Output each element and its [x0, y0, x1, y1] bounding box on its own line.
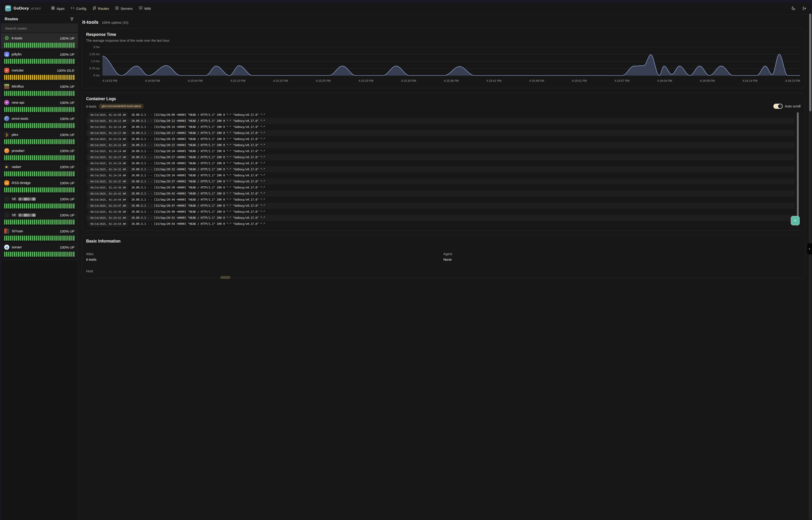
route-item-siyuan[interactable]: SiYuan 100% UP — [1, 226, 78, 242]
page-title: it-tools — [82, 19, 99, 25]
route-uptime-bars — [4, 139, 75, 144]
page-head: it-tools 100% uptime (1h) — [82, 19, 406, 25]
log-timestamp: 09/14/2025, 01:24:34 AM — [88, 173, 128, 178]
log-timestamp: 09/14/2025, 01:24:19 AM — [88, 137, 128, 141]
route-name: plex — [12, 133, 18, 137]
search-input[interactable] — [5, 26, 74, 30]
route-status: 100% UP — [60, 197, 75, 201]
log-message: 10.89.3.1 - - [13/Sep/20:54 +0000] "HEAD… — [131, 222, 265, 226]
route-name: RSS-Bridge — [12, 181, 31, 185]
route-item-jellyfin[interactable]: △ jellyfin 100% UP — [1, 49, 78, 65]
route-item-se[interactable]: SE 100% UP — [1, 194, 78, 210]
route-name: metube — [12, 68, 24, 73]
route-name: new-api — [12, 100, 24, 105]
log-row: 09/14/2025, 01:24:44 AM 10.89.3.1 - - [1… — [86, 197, 406, 203]
route-item-radarr[interactable]: ▶ radarr 100% UP — [1, 162, 78, 178]
log-row: 09/14/2025, 01:24:32 AM 10.89.3.1 - - [1… — [86, 166, 406, 173]
log-row: 09/14/2025, 01:24:14 AM 10.89.3.1 - - [1… — [86, 124, 406, 130]
log-timestamp: 09/14/2025, 01:24:27 AM — [88, 155, 128, 160]
route-status: 100% UP — [60, 84, 75, 88]
x-axis-tick-label: 4:15:20 PM — [316, 79, 331, 82]
route-uptime-bars — [4, 43, 75, 48]
route-uptime-bars — [4, 123, 75, 128]
prowlarr-icon — [4, 148, 9, 153]
nav-item-servers[interactable]: Servers — [115, 6, 133, 11]
search-row — [1, 24, 78, 33]
response-time-chart: 3 ms2.25 ms1.5 ms0.75 ms0 ms4:14:53 PM4:… — [86, 46, 406, 85]
log-row: 09/14/2025, 01:24:09 AM 10.89.3.1 - - [1… — [86, 112, 406, 118]
log-message: 10.89.3.1 - - [13/Sep/20:44 +0000] "HEAD… — [131, 198, 265, 201]
log-message: 10.89.3.1 - - [13/Sep/20:37 +0000] "HEAD… — [131, 180, 265, 183]
route-name: Miniflux — [12, 84, 24, 88]
route-name: jellyfin — [12, 52, 22, 56]
route-item-new-api[interactable]: ✦ new-api 100% UP — [1, 97, 78, 113]
nav-item-wiki[interactable]: Wiki — [139, 6, 151, 11]
route-status: 100% UP — [60, 36, 75, 40]
route-name: it-tools — [12, 36, 22, 40]
brand-title: GoDoxy — [13, 6, 29, 11]
log-message: 10.89.3.1 - - [13/Sep/20:42 +0000] "HEAD… — [131, 192, 265, 195]
route-item-se[interactable]: SE 100% UP — [1, 210, 78, 226]
version-label: v0.18.0 — [31, 7, 41, 10]
nav-item-routes[interactable]: Routes — [92, 6, 109, 11]
route-uptime-bars — [4, 59, 75, 64]
log-timestamp: 09/14/2025, 01:24:52 AM — [88, 216, 128, 220]
route-status: 100% IDLE — [57, 69, 75, 73]
log-message: 10.89.3.1 - - [13/Sep/20:09 +0000] "HEAD… — [131, 113, 265, 116]
log-timestamp: 09/14/2025, 01:24:37 AM — [88, 179, 128, 184]
miniflux-icon — [4, 84, 9, 89]
nav-item-config[interactable]: Config — [71, 6, 86, 11]
route-item-prowlarr[interactable]: prowlarr 100% UP — [1, 146, 78, 162]
log-message: 10.89.3.1 - - [13/Sep/20:52 +0000] "HEAD… — [131, 216, 265, 219]
response-time-card: Response Time The average response time … — [82, 28, 406, 88]
route-name: SE — [12, 213, 17, 217]
route-item-rss-bridge[interactable]: rss RSS-Bridge 100% UP — [1, 178, 78, 194]
route-name: prowlarr — [12, 149, 25, 153]
log-timestamp: 09/14/2025, 01:24:54 AM — [88, 222, 128, 226]
main-content: it-tools 100% uptime (1h) Response Time … — [78, 15, 406, 260]
log-row: 09/14/2025, 01:24:24 AM 10.89.3.1 - - [1… — [86, 148, 406, 154]
route-status: 100% UP — [60, 165, 75, 169]
route-item-omni-tools[interactable]: omni-tools 100% UP — [1, 113, 78, 130]
route-name: omni-tools — [12, 116, 28, 121]
se-icon — [4, 212, 9, 217]
route-item-metube[interactable]: ▼ metube 100% IDLE — [1, 65, 78, 81]
log-row: 09/14/2025, 01:24:52 AM 10.89.3.1 - - [1… — [86, 215, 406, 221]
logs-meta-row: it-tools ghcr.io/corentinth/it-tools:lat… — [86, 104, 406, 109]
log-row: 09/14/2025, 01:24:17 AM 10.89.3.1 - - [1… — [86, 130, 406, 136]
route-status: 100% UP — [60, 117, 75, 121]
response-time-title: Response Time — [86, 32, 406, 37]
route-name: SiYuan — [12, 229, 23, 233]
field-value: it-tools — [86, 257, 406, 260]
log-row: 09/14/2025, 01:24:34 AM 10.89.3.1 - - [1… — [86, 173, 406, 179]
x-axis-tick-label: 4:15:15 PM — [273, 79, 288, 82]
route-item-partial — [1, 258, 78, 260]
plex-icon: ❯ — [4, 132, 9, 137]
nav-item-apps[interactable]: Apps — [51, 6, 64, 11]
route-uptime-bars — [4, 171, 75, 176]
log-timestamp: 09/14/2025, 01:24:32 AM — [88, 167, 128, 172]
route-uptime-bars — [4, 236, 75, 241]
routes-list: ⚙ it-tools 100% UP △ jellyfin 100% UP ▼ … — [1, 33, 78, 260]
plot-area — [103, 46, 406, 77]
logs-route-name: it-tools — [86, 104, 96, 108]
route-name: sonarr — [12, 245, 22, 249]
route-item-sonarr[interactable]: ◉ sonarr 100% UP — [1, 242, 78, 258]
x-axis-tick-label: 4:15:30 PM — [401, 79, 406, 82]
log-timestamp: 09/14/2025, 01:24:39 AM — [88, 185, 128, 190]
x-axis-tick-label: 4:15:10 PM — [230, 79, 245, 82]
route-status: 100% UP — [60, 245, 75, 249]
it-tools-icon: ⚙ — [4, 36, 9, 41]
route-item-plex[interactable]: ❯ plex 100% UP — [1, 130, 78, 146]
route-status: 100% UP — [60, 149, 75, 153]
response-time-subtitle: The average response time of the route o… — [86, 39, 406, 43]
filter-funnel-icon[interactable] — [70, 17, 74, 21]
route-item-it-tools[interactable]: ⚙ it-tools 100% UP — [1, 33, 78, 49]
redacted-route-name — [19, 198, 36, 201]
info-field-alias: Alias it-tools — [86, 252, 406, 260]
log-row: 09/14/2025, 01:24:22 AM 10.89.3.1 - - [1… — [86, 142, 406, 148]
route-item-miniflux[interactable]: Miniflux 100% UP — [1, 81, 78, 97]
uptime-label: 100% uptime (1h) — [102, 21, 128, 24]
route-status: 100% UP — [60, 101, 75, 105]
log-message: 10.89.3.1 - - [13/Sep/20:47 +0000] "HEAD… — [131, 204, 265, 207]
